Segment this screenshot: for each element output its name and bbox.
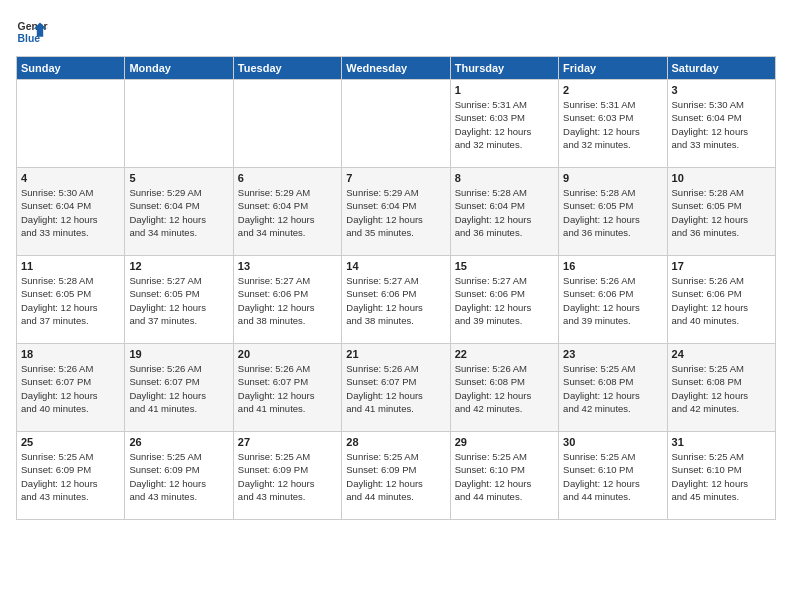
day-detail: Sunrise: 5:28 AM Sunset: 6:05 PM Dayligh… (21, 274, 120, 327)
col-header-wednesday: Wednesday (342, 57, 450, 80)
day-number: 11 (21, 260, 120, 272)
day-number: 13 (238, 260, 337, 272)
day-number: 19 (129, 348, 228, 360)
day-number: 8 (455, 172, 554, 184)
day-cell: 22Sunrise: 5:26 AM Sunset: 6:08 PM Dayli… (450, 344, 558, 432)
day-cell: 20Sunrise: 5:26 AM Sunset: 6:07 PM Dayli… (233, 344, 341, 432)
day-number: 1 (455, 84, 554, 96)
day-detail: Sunrise: 5:28 AM Sunset: 6:05 PM Dayligh… (672, 186, 771, 239)
day-cell: 14Sunrise: 5:27 AM Sunset: 6:06 PM Dayli… (342, 256, 450, 344)
day-number: 16 (563, 260, 662, 272)
day-detail: Sunrise: 5:30 AM Sunset: 6:04 PM Dayligh… (672, 98, 771, 151)
day-detail: Sunrise: 5:27 AM Sunset: 6:06 PM Dayligh… (238, 274, 337, 327)
day-cell: 27Sunrise: 5:25 AM Sunset: 6:09 PM Dayli… (233, 432, 341, 520)
week-row-1: 1Sunrise: 5:31 AM Sunset: 6:03 PM Daylig… (17, 80, 776, 168)
day-cell: 2Sunrise: 5:31 AM Sunset: 6:03 PM Daylig… (559, 80, 667, 168)
day-cell: 23Sunrise: 5:25 AM Sunset: 6:08 PM Dayli… (559, 344, 667, 432)
col-header-saturday: Saturday (667, 57, 775, 80)
day-detail: Sunrise: 5:26 AM Sunset: 6:06 PM Dayligh… (672, 274, 771, 327)
day-cell: 12Sunrise: 5:27 AM Sunset: 6:05 PM Dayli… (125, 256, 233, 344)
day-cell: 15Sunrise: 5:27 AM Sunset: 6:06 PM Dayli… (450, 256, 558, 344)
col-header-sunday: Sunday (17, 57, 125, 80)
logo: General Blue (16, 16, 48, 48)
day-number: 31 (672, 436, 771, 448)
day-number: 15 (455, 260, 554, 272)
day-detail: Sunrise: 5:25 AM Sunset: 6:09 PM Dayligh… (129, 450, 228, 503)
day-cell (125, 80, 233, 168)
day-cell: 3Sunrise: 5:30 AM Sunset: 6:04 PM Daylig… (667, 80, 775, 168)
day-cell (17, 80, 125, 168)
day-detail: Sunrise: 5:25 AM Sunset: 6:09 PM Dayligh… (21, 450, 120, 503)
day-detail: Sunrise: 5:31 AM Sunset: 6:03 PM Dayligh… (455, 98, 554, 151)
day-detail: Sunrise: 5:25 AM Sunset: 6:10 PM Dayligh… (563, 450, 662, 503)
day-cell: 21Sunrise: 5:26 AM Sunset: 6:07 PM Dayli… (342, 344, 450, 432)
day-number: 30 (563, 436, 662, 448)
day-detail: Sunrise: 5:25 AM Sunset: 6:10 PM Dayligh… (672, 450, 771, 503)
header-row: SundayMondayTuesdayWednesdayThursdayFrid… (17, 57, 776, 80)
col-header-thursday: Thursday (450, 57, 558, 80)
day-cell: 25Sunrise: 5:25 AM Sunset: 6:09 PM Dayli… (17, 432, 125, 520)
day-detail: Sunrise: 5:25 AM Sunset: 6:10 PM Dayligh… (455, 450, 554, 503)
col-header-tuesday: Tuesday (233, 57, 341, 80)
day-cell: 4Sunrise: 5:30 AM Sunset: 6:04 PM Daylig… (17, 168, 125, 256)
col-header-monday: Monday (125, 57, 233, 80)
day-cell: 1Sunrise: 5:31 AM Sunset: 6:03 PM Daylig… (450, 80, 558, 168)
day-cell: 6Sunrise: 5:29 AM Sunset: 6:04 PM Daylig… (233, 168, 341, 256)
day-detail: Sunrise: 5:27 AM Sunset: 6:06 PM Dayligh… (455, 274, 554, 327)
day-cell: 17Sunrise: 5:26 AM Sunset: 6:06 PM Dayli… (667, 256, 775, 344)
day-detail: Sunrise: 5:27 AM Sunset: 6:05 PM Dayligh… (129, 274, 228, 327)
day-detail: Sunrise: 5:29 AM Sunset: 6:04 PM Dayligh… (238, 186, 337, 239)
day-cell: 18Sunrise: 5:26 AM Sunset: 6:07 PM Dayli… (17, 344, 125, 432)
day-number: 7 (346, 172, 445, 184)
day-detail: Sunrise: 5:25 AM Sunset: 6:08 PM Dayligh… (563, 362, 662, 415)
day-number: 12 (129, 260, 228, 272)
day-detail: Sunrise: 5:31 AM Sunset: 6:03 PM Dayligh… (563, 98, 662, 151)
calendar-table: SundayMondayTuesdayWednesdayThursdayFrid… (16, 56, 776, 520)
day-cell: 9Sunrise: 5:28 AM Sunset: 6:05 PM Daylig… (559, 168, 667, 256)
day-number: 24 (672, 348, 771, 360)
day-number: 14 (346, 260, 445, 272)
day-detail: Sunrise: 5:26 AM Sunset: 6:07 PM Dayligh… (129, 362, 228, 415)
day-detail: Sunrise: 5:27 AM Sunset: 6:06 PM Dayligh… (346, 274, 445, 327)
day-number: 2 (563, 84, 662, 96)
day-detail: Sunrise: 5:26 AM Sunset: 6:07 PM Dayligh… (238, 362, 337, 415)
day-cell (233, 80, 341, 168)
day-number: 27 (238, 436, 337, 448)
day-cell: 11Sunrise: 5:28 AM Sunset: 6:05 PM Dayli… (17, 256, 125, 344)
col-header-friday: Friday (559, 57, 667, 80)
day-number: 10 (672, 172, 771, 184)
day-detail: Sunrise: 5:26 AM Sunset: 6:08 PM Dayligh… (455, 362, 554, 415)
day-detail: Sunrise: 5:26 AM Sunset: 6:07 PM Dayligh… (21, 362, 120, 415)
day-cell: 29Sunrise: 5:25 AM Sunset: 6:10 PM Dayli… (450, 432, 558, 520)
day-number: 25 (21, 436, 120, 448)
day-cell: 30Sunrise: 5:25 AM Sunset: 6:10 PM Dayli… (559, 432, 667, 520)
day-cell: 7Sunrise: 5:29 AM Sunset: 6:04 PM Daylig… (342, 168, 450, 256)
day-detail: Sunrise: 5:25 AM Sunset: 6:08 PM Dayligh… (672, 362, 771, 415)
day-cell: 31Sunrise: 5:25 AM Sunset: 6:10 PM Dayli… (667, 432, 775, 520)
day-detail: Sunrise: 5:28 AM Sunset: 6:04 PM Dayligh… (455, 186, 554, 239)
day-number: 17 (672, 260, 771, 272)
day-detail: Sunrise: 5:28 AM Sunset: 6:05 PM Dayligh… (563, 186, 662, 239)
day-detail: Sunrise: 5:25 AM Sunset: 6:09 PM Dayligh… (346, 450, 445, 503)
day-cell: 24Sunrise: 5:25 AM Sunset: 6:08 PM Dayli… (667, 344, 775, 432)
day-cell: 19Sunrise: 5:26 AM Sunset: 6:07 PM Dayli… (125, 344, 233, 432)
day-cell: 16Sunrise: 5:26 AM Sunset: 6:06 PM Dayli… (559, 256, 667, 344)
day-cell: 13Sunrise: 5:27 AM Sunset: 6:06 PM Dayli… (233, 256, 341, 344)
day-number: 3 (672, 84, 771, 96)
day-detail: Sunrise: 5:29 AM Sunset: 6:04 PM Dayligh… (346, 186, 445, 239)
logo-icon: General Blue (16, 16, 48, 48)
day-number: 29 (455, 436, 554, 448)
day-number: 6 (238, 172, 337, 184)
week-row-4: 18Sunrise: 5:26 AM Sunset: 6:07 PM Dayli… (17, 344, 776, 432)
week-row-3: 11Sunrise: 5:28 AM Sunset: 6:05 PM Dayli… (17, 256, 776, 344)
day-cell: 10Sunrise: 5:28 AM Sunset: 6:05 PM Dayli… (667, 168, 775, 256)
header: General Blue (16, 16, 776, 48)
day-detail: Sunrise: 5:29 AM Sunset: 6:04 PM Dayligh… (129, 186, 228, 239)
day-number: 4 (21, 172, 120, 184)
week-row-2: 4Sunrise: 5:30 AM Sunset: 6:04 PM Daylig… (17, 168, 776, 256)
day-cell: 28Sunrise: 5:25 AM Sunset: 6:09 PM Dayli… (342, 432, 450, 520)
day-number: 21 (346, 348, 445, 360)
day-cell: 8Sunrise: 5:28 AM Sunset: 6:04 PM Daylig… (450, 168, 558, 256)
day-number: 23 (563, 348, 662, 360)
day-cell (342, 80, 450, 168)
